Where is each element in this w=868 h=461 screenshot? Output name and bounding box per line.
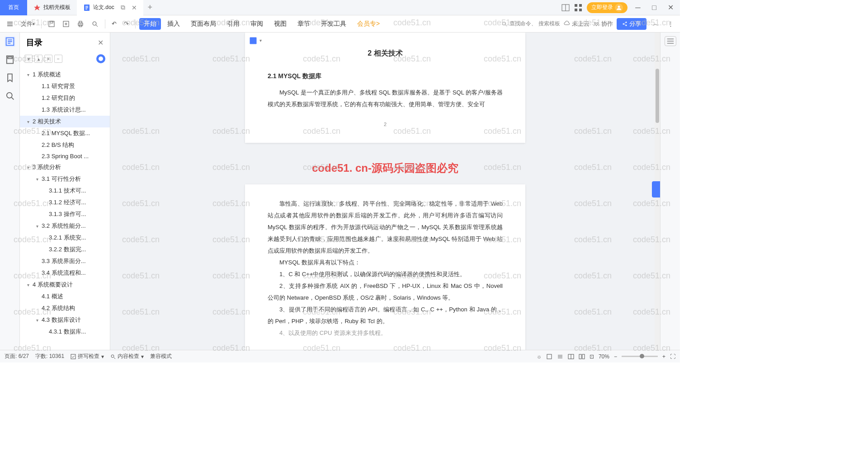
outline-item[interactable]: ▾3.1 可行性分析	[20, 173, 110, 185]
tab-template[interactable]: 找稻壳模板	[27, 0, 77, 15]
outline-item[interactable]: 2.2 B/S 结构	[20, 139, 110, 151]
menu-insert[interactable]: 插入	[163, 18, 184, 30]
page-format-icon[interactable]	[249, 36, 258, 45]
outline-item[interactable]: 4.1 概述	[20, 291, 110, 302]
outline-ai-icon[interactable]	[96, 54, 105, 63]
view-web-icon[interactable]	[579, 353, 585, 360]
outline-item[interactable]: ▾4 系统概要设计	[20, 279, 110, 291]
saveas-icon[interactable]	[60, 19, 72, 29]
outline-close-icon[interactable]: ✕	[98, 38, 104, 47]
toolbar-more-icon[interactable]: ⋮	[665, 19, 676, 29]
svg-point-37	[111, 355, 114, 358]
menu-review[interactable]: 审阅	[246, 18, 268, 30]
print-icon[interactable]	[74, 19, 87, 29]
page-indicator[interactable]: 页面: 6/27	[5, 353, 29, 360]
search-rail-icon[interactable]	[5, 90, 15, 101]
tab-document[interactable]: 论文.doc ⧉ ✕	[77, 0, 143, 15]
float-expand-icon[interactable]	[652, 181, 660, 198]
document-area[interactable]: ▾ 2 相关技术 2.1 MYSQL 数据库 MySQL 是一个真正的多用户、多…	[110, 33, 660, 350]
outline-item[interactable]: 3.1.1 技术可...	[20, 185, 110, 197]
menu-reference[interactable]: 引用	[222, 18, 244, 30]
svg-rect-46	[582, 354, 585, 359]
outline-item[interactable]: 1.2 研究目的	[20, 92, 110, 104]
page-2: ▾ 2 相关技术 2.1 MYSQL 数据库 MySQL 是一个真正的多用户、多…	[245, 33, 525, 143]
svg-line-38	[114, 358, 115, 359]
zoom-out-icon[interactable]: −	[614, 353, 617, 360]
thumbnail-rail-icon[interactable]	[5, 54, 15, 65]
outline-item[interactable]: 3.2.2 数据完...	[20, 244, 110, 255]
apps-icon[interactable]	[574, 4, 582, 12]
outline-item[interactable]: 3.3 系统界面分...	[20, 255, 110, 267]
minimize-icon[interactable]: ─	[632, 2, 644, 14]
collab-button[interactable]: 协作	[593, 20, 613, 28]
outline-item[interactable]: ▾3 系统分析	[20, 161, 110, 173]
view-outline-icon[interactable]	[557, 353, 563, 360]
fullscreen-icon[interactable]: ⛶	[670, 353, 675, 360]
word-count[interactable]: 字数: 10361	[35, 353, 64, 360]
menu-chapter[interactable]: 章节	[293, 18, 315, 30]
outline-item[interactable]: 4.3.1 数据库...	[20, 326, 110, 338]
content-check-button[interactable]: 内容检查 ▾	[110, 353, 144, 360]
outline-rail-icon[interactable]	[5, 36, 15, 47]
tab-close-icon[interactable]: ✕	[132, 4, 137, 11]
outline-item[interactable]: ▾3.2 系统性能分...	[20, 220, 110, 232]
compat-mode[interactable]: 兼容模式	[150, 353, 172, 360]
doc-heading-2: 2.1 MYSQL 数据库	[268, 70, 503, 82]
outline-item[interactable]: ▾2 相关技术	[20, 116, 110, 127]
outline-item[interactable]: 3.1.3 操作可...	[20, 208, 110, 220]
svg-line-30	[11, 98, 14, 100]
svg-rect-28	[8, 57, 12, 59]
tab-dup-icon[interactable]: ⧉	[121, 4, 125, 11]
zoom-in-icon[interactable]: +	[662, 353, 665, 360]
watermark-banner: code51. cn-源码乐园盗图必究	[245, 152, 525, 184]
outline-item[interactable]: 1.1 研究背景	[20, 80, 110, 92]
tab-add[interactable]: +	[143, 0, 157, 15]
menu-view[interactable]: 视图	[269, 18, 291, 30]
zoom-mode-icon[interactable]: ⊡	[590, 353, 594, 360]
bookmark-rail-icon[interactable]	[5, 72, 15, 83]
page-format-chevron-icon[interactable]: ▾	[259, 36, 262, 45]
expand-all-icon[interactable]: ▴	[34, 55, 42, 63]
menu-devtools[interactable]: 开发工具	[316, 18, 351, 30]
save-icon[interactable]	[45, 19, 58, 29]
outline-item[interactable]: 3.1.2 经济可...	[20, 197, 110, 208]
tab-template-label: 找稻壳模板	[43, 4, 71, 11]
menu-start[interactable]: 开始	[139, 18, 161, 30]
preview-icon[interactable]	[89, 19, 101, 29]
outline-item[interactable]: 4.2 系统结构	[20, 302, 110, 314]
search-commands[interactable]: 查找命令、 搜索模板	[501, 20, 560, 28]
login-button[interactable]: 立即登录	[587, 2, 627, 13]
share-button[interactable]: 分享	[617, 18, 646, 30]
outline-item[interactable]: 3.2.1 系统安...	[20, 232, 110, 244]
close-icon[interactable]: ✕	[665, 2, 676, 14]
undo-icon[interactable]: ↶	[109, 19, 119, 29]
cloud-status[interactable]: 未上云	[564, 20, 590, 28]
outline-item[interactable]: 1.3 系统设计思...	[20, 104, 110, 116]
view-page-icon[interactable]	[546, 353, 552, 360]
remove-heading-icon[interactable]: −	[54, 55, 62, 63]
svg-rect-3	[575, 4, 577, 7]
brightness-icon[interactable]: ☼	[537, 353, 542, 360]
view-read-icon[interactable]	[568, 353, 574, 360]
redo-icon[interactable]: ↷	[121, 19, 132, 29]
maximize-icon[interactable]: □	[648, 2, 660, 14]
menu-icon[interactable]	[4, 19, 16, 29]
menu-layout[interactable]: 页面布局	[186, 18, 221, 30]
outline-item[interactable]: 3.4 系统流程和...	[20, 267, 110, 279]
zoom-level[interactable]: 70%	[599, 353, 609, 360]
svg-rect-32	[250, 38, 257, 44]
spellcheck-button[interactable]: 拼写检查 ▾	[71, 353, 104, 360]
layout-icon[interactable]	[561, 4, 570, 12]
settings-rail-icon[interactable]	[665, 36, 676, 46]
outline-item[interactable]: 2.1 MYSQL 数据...	[20, 127, 110, 139]
menu-vip[interactable]: 会员专>	[353, 18, 384, 30]
toolbar-chevron-icon[interactable]: ︿	[650, 18, 661, 30]
outline-item[interactable]: 2.3 Spring Boot ...	[20, 151, 110, 161]
outline-item[interactable]: ▾1 系统概述	[20, 69, 110, 80]
outline-item[interactable]: ▾4.3 数据库设计	[20, 314, 110, 326]
tab-home[interactable]: 首页	[0, 0, 27, 15]
zoom-slider[interactable]	[622, 356, 658, 357]
add-heading-icon[interactable]: +	[44, 55, 52, 63]
file-menu[interactable]: 文件 ▾	[18, 18, 38, 30]
collapse-all-icon[interactable]: ▾	[24, 55, 33, 63]
